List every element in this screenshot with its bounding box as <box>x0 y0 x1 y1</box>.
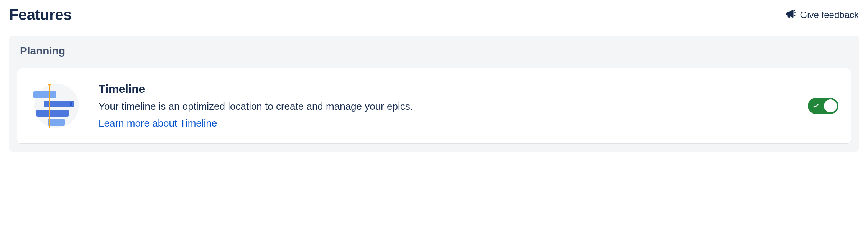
svg-rect-7 <box>36 110 69 117</box>
check-icon <box>812 102 819 109</box>
timeline-icon <box>30 79 83 133</box>
toggle-knob <box>824 99 837 112</box>
svg-line-0 <box>794 10 795 11</box>
timeline-toggle[interactable] <box>808 98 838 114</box>
svg-line-2 <box>794 15 795 16</box>
page-header: Features Give feedback <box>9 6 859 23</box>
svg-rect-8 <box>48 119 65 126</box>
give-feedback-label: Give feedback <box>800 10 859 20</box>
feature-body: Timeline Your timeline is an optimized l… <box>99 82 792 129</box>
svg-rect-6 <box>70 102 72 106</box>
feature-title: Timeline <box>99 82 792 96</box>
feature-description: Your timeline is an optimized location t… <box>99 99 792 113</box>
svg-rect-4 <box>33 91 56 98</box>
svg-rect-5 <box>44 101 74 107</box>
give-feedback-button[interactable]: Give feedback <box>785 8 859 22</box>
planning-section: Planning Timeline Your timeline is an op… <box>9 36 859 152</box>
learn-more-link[interactable]: Learn more about Timeline <box>99 117 792 129</box>
toggle-wrap <box>808 98 838 114</box>
feature-card-timeline: Timeline Your timeline is an optimized l… <box>17 68 851 144</box>
megaphone-icon <box>785 8 796 22</box>
page-title: Features <box>9 6 72 23</box>
section-title: Planning <box>17 45 851 57</box>
